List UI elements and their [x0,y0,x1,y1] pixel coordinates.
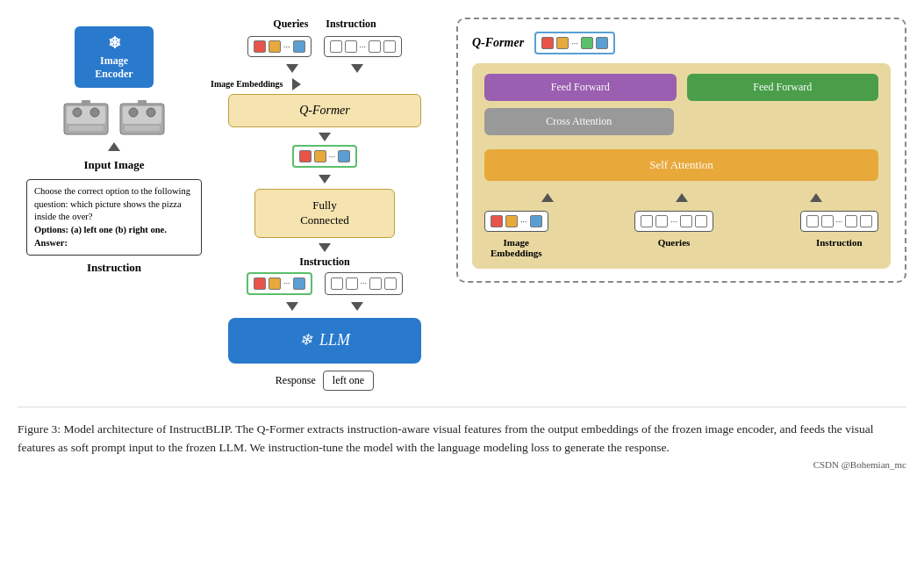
right-section: Q-Former ··· Feed Forward Feed Forward [456,18,906,283]
ie-dots: ··· [520,217,527,227]
queries-label-top: Queries [273,18,308,31]
response-label: Response [276,374,316,387]
token-w1 [330,40,342,53]
fc-box: Fully Connected [254,189,395,238]
qformer-title-row: Q-Former ··· [472,32,891,54]
svg-rect-11 [138,100,147,105]
image-encoder-label: Image Encoder [95,54,133,81]
q-w4 [695,215,707,227]
rq-dots: ··· [571,39,578,48]
rq-orange [556,37,569,49]
bi-w4 [384,277,397,290]
instruction-label-top: Instruction [326,18,376,31]
bt-red [254,277,266,290]
image-embeddings-label-mid: Image Embeddings [211,79,283,90]
queries-col-label: Queries [658,237,691,248]
token-orange [269,40,281,53]
svg-rect-10 [125,126,160,131]
options-text: Options: (a) left one (b) right one. [34,225,167,234]
token-red [254,40,266,53]
top-labels-row: Queries Instruction [211,18,439,31]
bi-w2 [346,277,358,290]
q-w3 [680,215,692,227]
instruction-label2-mid: Instruction [211,256,439,269]
bottom-queries-token: ··· [247,272,312,295]
input-image-label: Input Image [84,158,145,172]
ie-orange [505,215,518,227]
cross-attention-box: Cross Attention [484,108,674,135]
figure-area: ❄ Image Encoder [18,18,906,391]
instruction-token-row-top: ··· [324,36,403,57]
image-embed-col: ··· Image Embeddings [484,211,548,258]
q-w2 [655,215,668,227]
queries-col: ··· Queries [634,211,713,248]
token-blue [293,40,305,53]
instruction-col-label: Instruction [816,237,863,248]
out-token-orange [314,150,326,162]
svg-rect-1 [67,106,105,124]
ins-w2 [821,215,834,227]
instruction-question: Choose the correct option to the followi… [34,186,190,221]
token-w4 [383,40,396,53]
figure-caption: Figure 3: Model architecture of Instruct… [18,407,906,458]
snowflake-icon: ❄ [108,33,121,53]
rq-red [541,37,554,49]
instruction-token-right: ··· [800,211,879,232]
out-token-red [299,150,312,162]
image-encoder-block: ❄ Image Encoder [75,26,154,88]
response-row: Response left one [276,371,374,391]
feed-forward-row: Feed Forward Feed Forward [484,74,878,101]
arrow-up-1 [541,193,554,202]
bottom-instruction-token: ··· [325,272,404,295]
bottom-tokens-row: ··· ··· [247,272,403,295]
right-qformer-token: ··· [534,32,615,54]
svg-point-8 [129,108,138,117]
top-tokens-row: ··· ··· [247,36,402,57]
arrow-qformer-down [319,133,331,141]
answer-text: Answer: [34,238,68,248]
arrow-to-fc [319,175,331,184]
left-section: ❄ Image Encoder [18,26,211,275]
arrow-up-2 [676,193,688,202]
arrow-fc-down [319,243,331,252]
queries-token-right: ··· [634,211,713,232]
bt-orange [269,277,281,290]
bt-blue [293,277,305,290]
ie-red [491,215,503,227]
csdn-label: CSDN @Bohemian_mc [18,459,906,470]
feed-forward-box-2: Feed Forward [687,74,879,101]
fc-label: Fully Connected [300,198,349,227]
svg-point-2 [73,108,82,117]
bottom-inputs-row: ··· Image Embeddings ··· [484,211,878,258]
arrow-llm-left [286,302,298,311]
arrows-into-qformer [286,61,363,76]
ie-blue [530,215,542,227]
self-attention-box: Self Attention [484,149,878,181]
llm-snowflake: ❄ [299,330,312,349]
image-embed-col-label: Image Embeddings [491,237,542,258]
qformer-inner-block: Feed Forward Feed Forward Cross Attentio… [472,63,891,269]
arrow-up-3 [810,193,822,202]
middle-section: Queries Instruction ··· ··· [211,18,439,391]
qformer-title: Q-Former [472,36,524,50]
instruction-box: Choose the correct option to the followi… [26,179,202,256]
arrow-instruction-down [351,64,363,73]
stoves-illustration [60,95,168,139]
token-w3 [369,40,381,53]
arrow-llm-right [351,302,363,311]
bi-w3 [369,277,382,290]
ins-w3 [845,215,857,227]
ins-w1 [806,215,819,227]
image-embeddings-row: Image Embeddings [211,78,439,90]
rq-green [581,37,593,49]
out-token-dots: ··· [329,152,336,162]
up-arrows-row [484,190,878,205]
qformer-box-mid: Q-Former [228,94,421,127]
token-dots2: ··· [360,42,367,52]
token-dots: ··· [283,42,290,52]
svg-rect-5 [82,100,90,105]
svg-point-9 [147,108,155,117]
q-dots: ··· [670,217,677,227]
cross-attention-row: Cross Attention [484,108,878,142]
llm-box: ❄ LLM [228,318,421,364]
